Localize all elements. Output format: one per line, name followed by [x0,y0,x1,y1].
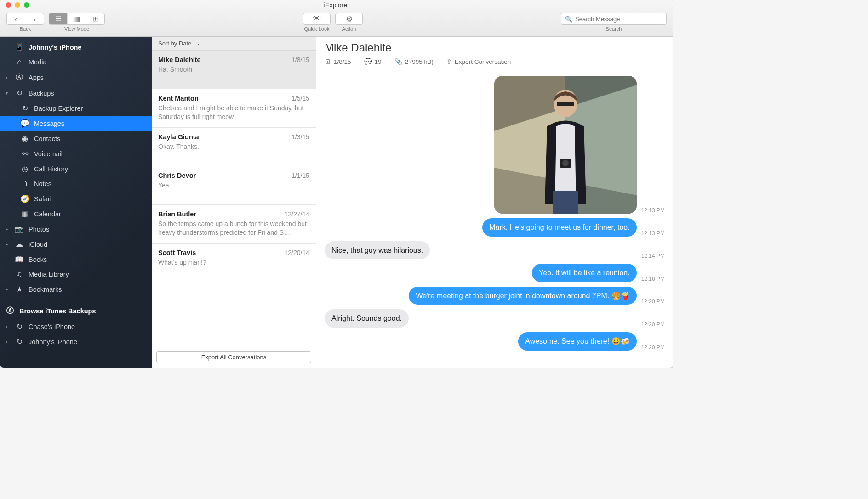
sidebar-item-backup-johnny[interactable]: ▸ ↻ Johnny's iPhone [0,334,152,349]
sidebar-item-voicemail[interactable]: ⚯ Voicemail [0,146,152,161]
svg-rect-8 [553,191,578,214]
sidebar-browse-backups[interactable]: Ⓐ Browse iTunes Backups [0,303,152,319]
main-body: 📱 Johnny's iPhone ⌂ Media ▸ Ⓐ Apps ▾ ↻ B… [0,37,673,368]
sort-label: Sort by Date [158,40,191,47]
message-image[interactable] [494,76,637,214]
message-time: 12:20 PM [641,298,665,305]
sidebar-item-photos[interactable]: ▸ 📷 Photos [0,221,152,237]
quick-look-group: 👁 Quick Look [303,13,331,32]
view-columns-button[interactable]: ▥ [68,13,86,24]
conversation-item[interactable]: Kayla Giunta1/3/15 Okay. Thanks. [152,128,316,166]
sidebar: 📱 Johnny's iPhone ⌂ Media ▸ Ⓐ Apps ▾ ↻ B… [0,37,152,368]
sidebar-item-backups[interactable]: ▾ ↻ Backups [0,85,152,101]
conversation-date: 12/27/14 [285,210,310,218]
backup-icon: ↻ [15,337,24,346]
search-input[interactable] [575,16,662,23]
message-bubble-out[interactable]: We're meeting at the burger joint in dow… [409,287,636,305]
sidebar-item-media[interactable]: ⌂ Media [0,55,152,69]
sidebar-item-backup-explorer[interactable]: ↻ Backup Explorer [0,101,152,116]
action-group: ⚙ Action [335,13,363,32]
sidebar-label: Browse iTunes Backups [19,307,96,315]
conversation-name: Mike Dalehite [158,56,201,63]
view-mode-label: View Mode [64,26,89,32]
conversation-item[interactable]: Scott Travis12/20/14 What's up man!? [152,244,316,282]
sidebar-item-media-library[interactable]: ♫ Media Library [0,267,152,282]
message-bubble-out[interactable]: Yep. It will be like a reunion. [532,264,637,282]
sidebar-item-messages[interactable]: 💬 Messages [0,116,152,131]
conversation-item[interactable]: Brian Butler12/27/14 So the temps came u… [152,205,316,244]
sidebar-label: Backups [29,90,54,97]
search-box[interactable]: 🔍 [561,13,667,25]
sidebar-item-books[interactable]: 📖 Books [0,252,152,267]
conversation-date: 1/1/15 [291,172,309,179]
clock-icon: ◷ [20,164,29,173]
sidebar-device[interactable]: 📱 Johnny's iPhone [0,40,152,55]
titlebar: iExplorer ‹ › Back ☰ ▥ ⊞ View Mode 👁 [0,0,673,37]
sidebar-label: iCloud [29,241,47,248]
conversation-preview: Okay. Thanks. [158,142,309,151]
export-all-container: Export All Conversations [152,346,316,368]
sidebar-item-safari[interactable]: 🧭 Safari [0,191,152,206]
conversation-item[interactable]: Chris Devor1/1/15 Yea... [152,166,316,205]
maximize-button[interactable] [24,2,29,8]
sidebar-item-contacts[interactable]: ◉ Contacts [0,131,152,146]
sidebar-label: Contacts [34,135,60,142]
action-button[interactable]: ⚙ [335,13,363,25]
message-row: Mark. He's going to meet us for dinner, … [325,218,665,237]
chevron-right-icon: › [34,15,36,23]
back-button[interactable]: ‹ [7,13,25,24]
sidebar-item-backup-chase[interactable]: ▸ ↻ Chase's iPhone [0,319,152,334]
export-conversation-button[interactable]: ⇪Export Conversation [446,58,511,65]
sidebar-item-notes[interactable]: 🗎 Notes [0,176,152,191]
conversation-item[interactable]: Kent Manton1/5/15 Chelsea and I might be… [152,89,316,128]
message-bubble-out[interactable]: Awesome. See you there! 😃🍻 [518,332,636,351]
chevron-down-icon: ⌄ [197,40,202,47]
close-button[interactable] [6,2,11,8]
chevron-right-icon: ▸ [6,242,10,247]
conversation-preview: So the temps came up a bunch for this we… [158,220,309,237]
message-bubble-out[interactable]: Mark. He's going to meet us for dinner, … [482,218,636,237]
photo-icon [494,76,637,214]
phone-icon: 📱 [15,43,24,51]
conversation-name: Brian Butler [158,210,196,218]
cloud-icon: ☁ [15,240,24,249]
conversation-date: 1/5/15 [291,95,309,102]
back-label: Back [20,26,31,32]
chevron-right-icon: ▸ [6,227,10,232]
view-list-button[interactable]: ☰ [49,13,68,24]
apps-icon: Ⓐ [15,73,24,82]
sort-button[interactable]: Sort by Date ⌄ [152,37,316,51]
view-grid-button[interactable]: ⊞ [86,13,104,24]
minimize-button[interactable] [15,2,20,8]
view-mode-group: ☰ ▥ ⊞ View Mode [49,13,105,32]
conversation-preview: What's up man!? [158,258,309,267]
home-icon: ⌂ [15,58,24,66]
message-bubble-in[interactable]: Nice, that guy was hilarious. [325,241,430,260]
sidebar-item-call-history[interactable]: ◷ Call History [0,161,152,176]
sidebar-label: Voicemail [34,150,63,158]
message-time: 12:13 PM [641,230,665,237]
chevron-left-icon: ‹ [15,15,17,23]
quick-look-button[interactable]: 👁 [303,13,331,25]
thread-scroll[interactable]: 12:13 PM Mark. He's going to meet us for… [316,70,673,368]
sidebar-item-calendar[interactable]: ▦ Calendar [0,206,152,221]
chevron-right-icon: ▸ [6,287,10,292]
message-bubble-in[interactable]: Alright. Sounds good. [325,309,409,328]
export-all-button[interactable]: Export All Conversations [156,351,311,363]
conversation-item[interactable]: Mike Dalehite1/8/15 Ha. Smooth [152,51,316,89]
app-window: iExplorer ‹ › Back ☰ ▥ ⊞ View Mode 👁 [0,0,673,368]
notes-icon: 🗎 [20,180,29,188]
sidebar-item-apps[interactable]: ▸ Ⓐ Apps [0,69,152,85]
back-forward-group: ‹ › Back [6,13,44,32]
conversation-preview: Chelsea and I might be able to make it S… [158,104,309,121]
message-row: Awesome. See you there! 😃🍻 12:20 PM [325,332,665,351]
forward-button[interactable]: › [25,13,44,24]
sidebar-item-icloud[interactable]: ▸ ☁ iCloud [0,237,152,252]
search-label: Search [606,26,622,32]
svg-rect-5 [557,102,574,106]
speech-icon: 💬 [364,58,372,65]
sidebar-item-bookmarks[interactable]: ▸ ★ Bookmarks [0,282,152,297]
conversation-preview: Ha. Smooth [158,65,309,74]
sidebar-label: Messages [34,120,64,127]
sidebar-label: Call History [34,165,68,173]
